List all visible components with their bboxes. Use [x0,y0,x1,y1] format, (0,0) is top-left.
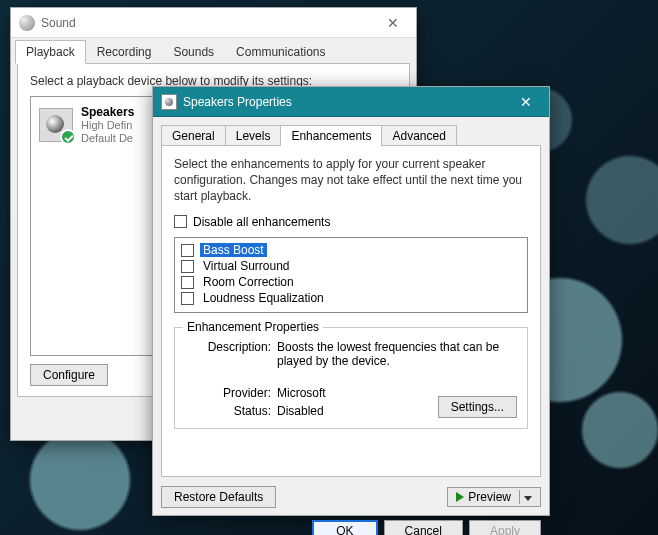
device-line2: Default De [81,132,134,145]
speakers-properties-window: Speakers Properties ✕ General Levels Enh… [152,86,550,516]
enhancement-label: Room Correction [200,275,297,289]
device-speaker-icon [39,108,73,142]
tab-communications[interactable]: Communications [225,40,336,64]
preview-button[interactable]: Preview [447,487,541,507]
tab-general[interactable]: General [161,125,226,146]
tab-advanced[interactable]: Advanced [381,125,456,146]
default-check-icon [60,129,76,145]
enhancement-bass-boost[interactable]: Bass Boost [181,242,521,258]
speaker-icon [19,15,35,31]
ok-button[interactable]: OK [312,520,377,535]
close-icon[interactable]: ✕ [511,91,541,113]
enhancement-virtual-surround[interactable]: Virtual Surround [181,258,521,274]
group-legend: Enhancement Properties [183,320,323,334]
enhancements-panel: Select the enhancements to apply for you… [161,145,541,477]
enhancement-label: Loudness Equalization [200,291,327,305]
device-line1: High Defin [81,119,134,132]
sound-tabs: Playback Recording Sounds Communications [11,40,416,64]
disable-all-checkbox[interactable]: Disable all enhancements [174,215,330,229]
tab-enhancements[interactable]: Enhancements [280,125,382,146]
tab-playback[interactable]: Playback [15,40,86,64]
disable-all-label: Disable all enhancements [193,215,330,229]
tab-sounds[interactable]: Sounds [162,40,225,64]
apply-button: Apply [469,520,541,535]
tab-recording[interactable]: Recording [86,40,163,64]
properties-titlebar[interactable]: Speakers Properties ✕ [153,87,549,117]
play-icon [456,492,464,502]
checkbox-icon[interactable] [181,292,194,305]
enhancement-list[interactable]: Bass Boost Virtual Surround Room Correct… [174,237,528,313]
settings-button[interactable]: Settings... [438,396,517,418]
provider-label: Provider: [185,386,277,400]
dialog-buttons: OK Cancel Apply [153,516,549,535]
properties-tabs: General Levels Enhancements Advanced [153,117,549,146]
close-icon[interactable]: ✕ [378,12,408,34]
checkbox-icon[interactable] [181,244,194,257]
preview-label: Preview [468,490,511,504]
device-text: Speakers High Defin Default De [81,105,134,145]
device-name: Speakers [81,105,134,119]
enhancement-label: Bass Boost [200,243,267,257]
enhancement-room-correction[interactable]: Room Correction [181,274,521,290]
restore-defaults-button[interactable]: Restore Defaults [161,486,276,508]
properties-title: Speakers Properties [183,95,511,109]
enhancement-properties-group: Enhancement Properties Description: Boos… [174,327,528,429]
cancel-button[interactable]: Cancel [384,520,463,535]
enhancement-loudness-equalization[interactable]: Loudness Equalization [181,290,521,306]
sound-title: Sound [41,16,378,30]
description-value: Boosts the lowest frequencies that can b… [277,340,517,368]
checkbox-icon[interactable] [181,260,194,273]
configure-button[interactable]: Configure [30,364,108,386]
enhancements-description: Select the enhancements to apply for you… [174,156,528,205]
enhancement-label: Virtual Surround [200,259,293,273]
sound-titlebar[interactable]: Sound ✕ [11,8,416,38]
speaker-icon [161,94,177,110]
tab-levels[interactable]: Levels [225,125,282,146]
checkbox-icon[interactable] [181,276,194,289]
checkbox-icon [174,215,187,228]
status-label: Status: [185,404,277,418]
preview-dropdown[interactable] [519,490,536,504]
chevron-down-icon [524,496,532,501]
description-label: Description: [185,340,277,368]
